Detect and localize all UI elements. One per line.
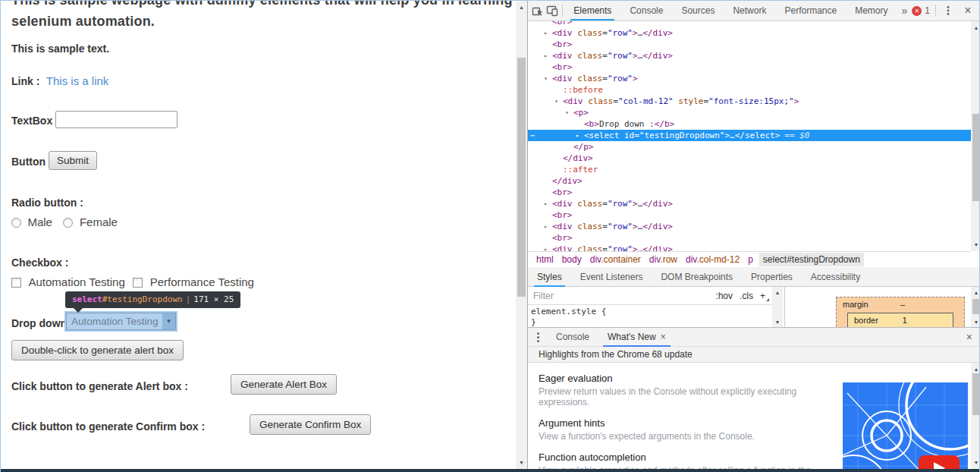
- dom-node[interactable]: ▸<div class="row">…</div>: [528, 221, 971, 232]
- styles-scroll-up-icon[interactable]: ▲: [772, 287, 783, 297]
- page-scrollbar-thumb[interactable]: [517, 58, 526, 297]
- styles-tab-properties[interactable]: Properties: [745, 267, 799, 287]
- dom-node[interactable]: <br>: [528, 21, 971, 27]
- drawer-close-icon[interactable]: ×: [966, 331, 972, 343]
- checkbox-performance[interactable]: [133, 278, 143, 288]
- styles-tab-accessibility[interactable]: Accessibility: [805, 267, 866, 287]
- styles-tab-styles[interactable]: Styles: [531, 267, 568, 287]
- dom-node-selected[interactable]: ⋯▸<select id="testingDropdown">…</select…: [528, 130, 971, 141]
- dom-node[interactable]: <br>: [528, 61, 971, 73]
- expand-icon[interactable]: ▸: [544, 198, 548, 209]
- box-model-margin[interactable]: margin – border 1: [836, 297, 965, 327]
- page-scroll-down-icon[interactable]: ▼: [516, 456, 527, 469]
- box-model-border[interactable]: border 1: [847, 313, 953, 327]
- dom-node[interactable]: ▸<div class="row">…</div>: [528, 27, 971, 39]
- dom-node[interactable]: ▸<div class="row">…</div>: [528, 50, 971, 61]
- tree-scrollbar[interactable]: ▲ ▼: [971, 21, 980, 251]
- toggle-class-button[interactable]: .cls: [740, 291, 753, 301]
- dom-node[interactable]: <b>Drop down :</b>: [528, 118, 971, 130]
- devtools-menu-icon[interactable]: [938, 1, 958, 20]
- generate-confirm-button[interactable]: Generate Confirm Box: [250, 414, 371, 435]
- dom-node[interactable]: ▾<p>: [528, 107, 971, 118]
- new-style-rule-button[interactable]: +: [760, 291, 765, 301]
- expand-icon[interactable]: ▸: [544, 221, 548, 232]
- dom-node[interactable]: </div>: [528, 153, 971, 164]
- boxmodel-scroll-down-icon[interactable]: ▼: [971, 316, 980, 327]
- whats-new-close-icon[interactable]: ×: [661, 332, 666, 342]
- dom-node[interactable]: </p>: [528, 141, 971, 153]
- whats-new-item-title[interactable]: Function autocompletion: [539, 452, 831, 463]
- styles-tab-dom-breakpoints[interactable]: DOM Breakpoints: [655, 267, 739, 287]
- dom-node[interactable]: <br>: [528, 187, 971, 198]
- devtools-tab-sources[interactable]: Sources: [675, 1, 721, 20]
- devtools-tab-network[interactable]: Network: [727, 1, 772, 20]
- toggle-device-toolbar-icon[interactable]: [545, 1, 560, 20]
- sample-link[interactable]: This is a link: [46, 74, 109, 87]
- drawer-menu-icon[interactable]: [537, 332, 539, 342]
- radio-male[interactable]: [11, 218, 21, 228]
- whats-new-item-title[interactable]: Argument hints: [539, 417, 831, 429]
- breadcrumb-item[interactable]: html: [536, 254, 554, 265]
- tree-scroll-down-icon[interactable]: ▼: [971, 238, 980, 251]
- submit-button[interactable]: Submit: [49, 151, 97, 170]
- expand-icon[interactable]: ▸: [576, 130, 580, 141]
- dom-node[interactable]: <br>: [528, 232, 971, 244]
- dom-node[interactable]: <br>: [528, 209, 971, 221]
- tab-console[interactable]: Console: [550, 328, 595, 347]
- expand-icon[interactable]: ▸: [544, 50, 548, 61]
- styles-scroll-down-icon[interactable]: ▼: [772, 316, 783, 327]
- breadcrumb-item[interactable]: div.row: [649, 254, 677, 265]
- inspect-element-icon[interactable]: [531, 1, 545, 20]
- toggle-hover-button[interactable]: :hov: [715, 291, 733, 301]
- node-options-icon[interactable]: ⋯: [530, 130, 536, 141]
- doubleclick-alert-button[interactable]: Double-click to generate alert box: [11, 340, 184, 360]
- dom-node[interactable]: <br>: [528, 39, 971, 50]
- styles-tab-event-listeners[interactable]: Event Listeners: [574, 267, 649, 287]
- generate-alert-button[interactable]: Generate Alert Box: [231, 374, 337, 395]
- tree-scrollbar-thumb[interactable]: [972, 114, 980, 201]
- breadcrumb-item[interactable]: div.container: [590, 254, 641, 265]
- page-scroll-up-icon[interactable]: ▲: [516, 1, 527, 14]
- expand-icon[interactable]: ▸: [544, 27, 548, 39]
- collapse-icon[interactable]: ▾: [554, 96, 558, 107]
- dom-node[interactable]: ::after: [528, 164, 971, 175]
- textbox-input[interactable]: [55, 111, 177, 128]
- styles-scrollbar[interactable]: ▲ ▼: [772, 287, 783, 327]
- dom-node[interactable]: </div>: [528, 175, 971, 187]
- breadcrumb-item[interactable]: p: [748, 254, 753, 265]
- radio-female[interactable]: [63, 218, 73, 228]
- error-badge[interactable]: ✕ 1: [912, 5, 930, 16]
- element-style-rule[interactable]: element.style { }: [528, 307, 606, 327]
- expand-icon[interactable]: ▸: [544, 244, 548, 251]
- devtools-tab-performance[interactable]: Performance: [778, 1, 843, 20]
- boxmodel-scrollbar-thumb[interactable]: [972, 299, 980, 314]
- dom-node[interactable]: ▸<div class="row">…</div>: [528, 198, 971, 209]
- checkbox-automation[interactable]: [11, 278, 21, 288]
- page-scrollbar[interactable]: ▲ ▼: [516, 1, 527, 469]
- breadcrumb-item[interactable]: div.col-md-12: [686, 254, 740, 265]
- tree-scroll-up-icon[interactable]: ▲: [971, 21, 980, 34]
- testing-dropdown-select[interactable]: Automation Testing ▼: [66, 313, 176, 330]
- whatsnew-scrollbar[interactable]: ▲ ▼: [971, 363, 980, 469]
- collapse-icon[interactable]: ▾: [544, 73, 548, 84]
- whats-new-video-thumbnail[interactable]: [843, 382, 968, 469]
- devtools-close-icon[interactable]: ×: [958, 1, 978, 20]
- dom-node[interactable]: ▸<div class="row">…</div>: [528, 244, 971, 251]
- dom-node[interactable]: ▾<div class="row">: [528, 73, 971, 84]
- boxmodel-scrollbar[interactable]: ▲ ▼: [971, 287, 980, 327]
- tab-whats-new[interactable]: What's New ×: [602, 328, 672, 347]
- whats-new-item-title[interactable]: Eager evaluation: [539, 373, 831, 384]
- dom-node[interactable]: ▾<div class="col-md-12" style="font-size…: [528, 96, 971, 107]
- breadcrumb-item[interactable]: body: [562, 254, 582, 265]
- devtools-tab-memory[interactable]: Memory: [849, 1, 894, 20]
- whatsnew-scroll-down-icon[interactable]: ▼: [971, 456, 980, 469]
- devtools-tab-console[interactable]: Console: [623, 1, 669, 20]
- breadcrumb-item[interactable]: select#testingDropdown: [759, 253, 864, 266]
- devtools-tab-elements[interactable]: Elements: [567, 1, 617, 20]
- more-tabs-icon[interactable]: »: [902, 5, 908, 17]
- boxmodel-scroll-up-icon[interactable]: ▲: [971, 287, 980, 297]
- collapse-icon[interactable]: ▾: [565, 107, 569, 118]
- whatsnew-scrollbar-thumb[interactable]: [972, 373, 980, 415]
- styles-filter-input[interactable]: Filter: [533, 291, 715, 301]
- dom-node[interactable]: ::before: [528, 84, 971, 96]
